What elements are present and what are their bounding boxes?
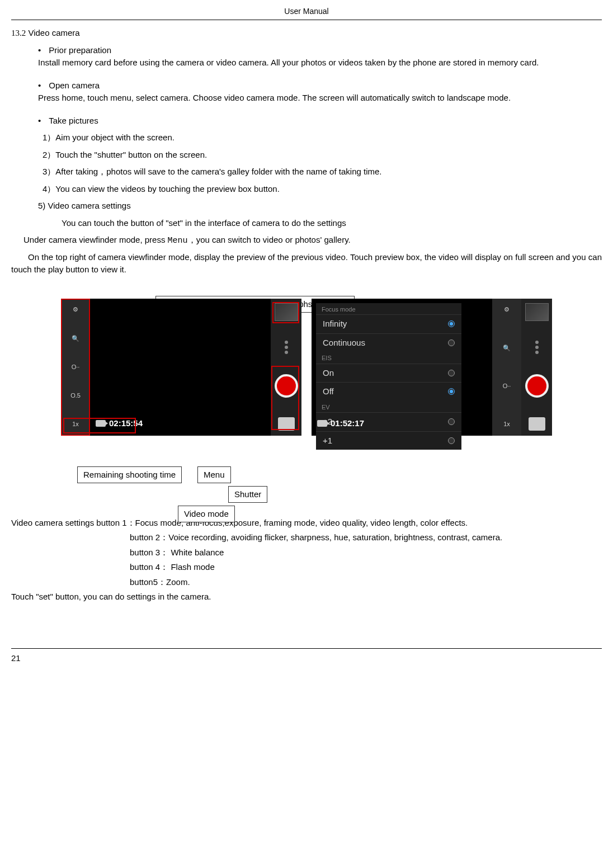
right-viewfinder: Focus mode Infinity Continuous EIS On Of… [312, 299, 492, 436]
mode-indicator [285, 341, 288, 354]
viewfinder-line-2: On the top right of camera viewfinder mo… [11, 251, 602, 276]
step-2: 2）Touch the "shutter" button on the scre… [43, 149, 602, 162]
settings-b1: Video camera settings button 1：Focus mod… [11, 517, 602, 530]
video-icon [96, 420, 106, 427]
step-3: 3）After taking，photos will save to the c… [43, 166, 602, 178]
settings-section: Video camera settings button 1：Focus mod… [11, 517, 602, 603]
viewfinder-line-1: Under camera viewfinder mode, press Menu… [23, 234, 602, 248]
prior-desc: Install memory card before using the cam… [38, 56, 602, 69]
radio-icon [448, 418, 455, 425]
mode-switch-icon[interactable] [278, 417, 295, 431]
settings-b3: button 3： White balance [130, 546, 602, 559]
step-5-desc: You can touch the button of "set" in the… [62, 217, 602, 230]
wb-icon[interactable]: O·· [68, 361, 83, 372]
bullet-prior: Prior preparation [38, 44, 602, 57]
callout-video-mode: Video mode [178, 506, 235, 523]
radio-icon [448, 320, 455, 327]
magnify-icon[interactable]: 🔍 [68, 333, 83, 344]
thumbnail-preview[interactable] [275, 303, 298, 321]
menu-off[interactable]: Off [316, 382, 461, 401]
left-viewfinder: 02:15:54 [90, 299, 271, 436]
right-toolbar: ⚙ 🔍 O·· 1x [492, 299, 521, 436]
settings-b2: button 2：Voice recording, avoiding flick… [130, 531, 602, 544]
remaining-time-right: 01:52:17 [317, 417, 364, 430]
touch-set-line: Touch "set" button, you can do settings … [11, 591, 602, 603]
step-1: 1）Aim your object with the screen. [43, 131, 602, 144]
zoom-icon[interactable]: 1x [499, 418, 514, 430]
bullet-take: Take pictures [38, 115, 602, 128]
ev-icon[interactable]: O.5 [68, 390, 83, 401]
radio-icon [448, 370, 455, 376]
gear-icon[interactable]: ⚙ [68, 304, 83, 315]
page-number: 21 [11, 653, 21, 663]
menu-infinity[interactable]: Infinity [316, 314, 461, 333]
mode-switch-icon[interactable] [529, 417, 545, 431]
callout-menu: Menu [197, 466, 231, 484]
magnify-icon[interactable]: 🔍 [499, 342, 514, 353]
menu-continuous[interactable]: Continuous [316, 333, 461, 352]
menu-ev1[interactable]: +1 [316, 431, 461, 450]
page-header: User Manual [11, 6, 602, 20]
menu-on[interactable]: On [316, 364, 461, 383]
left-camera-panel: ⚙ 🔍 O·· O.5 1x 02:15:54 [61, 299, 301, 436]
section-title: 13.2 Video camera [11, 27, 602, 40]
radio-icon [448, 437, 455, 444]
section-name: Video camera [28, 28, 79, 37]
shutter-button[interactable] [275, 374, 298, 398]
left-toolbar: ⚙ 🔍 O·· O.5 1x [61, 299, 90, 436]
remaining-time: 02:15:54 [96, 417, 143, 430]
step-4: 4）You can view the videos by touching th… [43, 183, 602, 196]
step-5: 5) Video camera settings [38, 200, 602, 213]
footer: 21 [11, 648, 602, 665]
right-camera-panel: Focus mode Infinity Continuous EIS On Of… [312, 299, 552, 436]
mode-indicator [535, 341, 539, 354]
figure-area: Thumbnail display previous photographs o… [55, 299, 558, 503]
shutter-button[interactable] [525, 374, 549, 398]
left-side-controls [271, 299, 301, 436]
thumbnail-preview[interactable] [525, 303, 549, 321]
gear-icon[interactable]: ⚙ [499, 304, 514, 315]
wb-icon[interactable]: O·· [499, 380, 514, 391]
settings-b4: button 4： Flash mode [130, 561, 602, 574]
callout-shutter: Shutter [228, 486, 267, 503]
bullet-open: Open camera [38, 79, 602, 92]
radio-icon [448, 388, 455, 395]
header-title: User Manual [284, 7, 328, 16]
settings-b5: button5：Zoom. [130, 576, 602, 589]
callout-remaining: Remaining shooting time [77, 466, 182, 484]
video-icon [317, 420, 327, 427]
zoom-icon[interactable]: 1x [68, 419, 83, 430]
open-desc: Press home, touch menu, select camera. C… [38, 92, 602, 105]
section-number: 13.2 [11, 29, 26, 37]
radio-icon [448, 339, 455, 346]
right-side-controls [521, 299, 552, 436]
